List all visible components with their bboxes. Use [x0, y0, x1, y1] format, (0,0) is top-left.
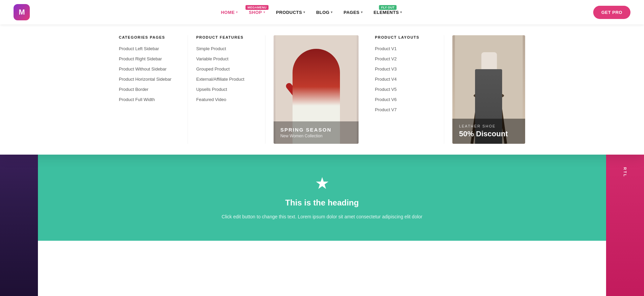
elements-chevron-icon: ▾ — [400, 11, 402, 14]
mega-col-categories: CATEGORIES PAGES Product Left Sidebar Pr… — [119, 35, 188, 144]
layout-link-6[interactable]: Product V7 — [375, 107, 396, 112]
cat-link-4[interactable]: Product Border — [119, 87, 148, 92]
page-body: ★ This is the heading Click edit button … — [0, 153, 644, 241]
promo-title: SPRING SEASON — [280, 127, 352, 133]
list-item[interactable]: Product Right Sidebar — [119, 56, 179, 62]
feat-link-4[interactable]: Upsells Product — [196, 87, 227, 92]
layouts-list: Product V1 Product V2 Product V3 Product… — [375, 45, 435, 113]
list-item[interactable]: Product V4 — [375, 76, 435, 82]
svg-point-3 — [303, 79, 330, 127]
shop-chevron-icon: ▾ — [263, 11, 265, 14]
feat-link-5[interactable]: Featured Video — [196, 97, 226, 102]
nav-item-pages[interactable]: PAGES ▾ — [344, 10, 363, 15]
navbar: M HOME ▾ MEGAMENU SHOP ▾ PRODUCTS ▾ BLOG — [0, 0, 644, 24]
mega-ad-image[interactable]: LEATHER SHOE 50% Discount — [444, 35, 525, 144]
mega-promo-image[interactable]: SPRING SEASON New Women Collection — [265, 35, 367, 144]
promo-subtitle: New Women Collection — [280, 134, 352, 138]
nav-item-shop[interactable]: MEGAMENU SHOP ▾ — [249, 10, 265, 15]
blog-chevron-icon: ▾ — [331, 11, 333, 14]
mega-col-layouts: PRODUCT LAYOUTS Product V1 Product V2 Pr… — [367, 35, 444, 144]
svg-point-6 — [306, 69, 326, 83]
list-item[interactable]: Grouped Product — [196, 66, 257, 72]
teal-heading: This is the heading — [51, 198, 593, 208]
layout-link-4[interactable]: Product V5 — [375, 87, 396, 92]
layouts-header: PRODUCT LAYOUTS — [375, 35, 435, 39]
list-item[interactable]: Product Border — [119, 86, 179, 92]
list-item[interactable]: Product Horizontal Sidebar — [119, 76, 179, 82]
promo-image-container: SPRING SEASON New Women Collection — [274, 35, 359, 144]
products-chevron-icon: ▾ — [303, 11, 305, 14]
svg-rect-4 — [313, 88, 320, 96]
pages-chevron-icon: ▾ — [361, 11, 363, 14]
feat-link-0[interactable]: Simple Product — [196, 46, 226, 51]
list-item[interactable]: Product V2 — [375, 56, 435, 62]
features-header: PRODUCT FEATURES — [196, 35, 257, 39]
cat-link-2[interactable]: Product Without Sidebar — [119, 66, 167, 72]
teal-text: Click edit button to change this text. L… — [51, 213, 593, 220]
list-item[interactable]: Variable Product — [196, 56, 257, 62]
nav-link-products[interactable]: PRODUCTS ▾ — [276, 10, 305, 15]
features-list: Simple Product Variable Product Grouped … — [196, 45, 257, 102]
feat-link-3[interactable]: External/Affiliate Product — [196, 77, 244, 82]
shop-badge: MEGAMENU — [245, 5, 269, 10]
svg-rect-18 — [481, 52, 497, 73]
list-item[interactable]: Simple Product — [196, 45, 257, 52]
nav-item-blog[interactable]: BLOG ▾ — [316, 10, 333, 15]
nav-links: HOME ▾ MEGAMENU SHOP ▾ PRODUCTS ▾ BLOG ▾ — [221, 10, 402, 15]
list-item[interactable]: Product V7 — [375, 106, 435, 113]
nav-link-blog[interactable]: BLOG ▾ — [316, 10, 333, 15]
categories-header: CATEGORIES PAGES — [119, 35, 179, 39]
mega-col-features: PRODUCT FEATURES Simple Product Variable… — [188, 35, 265, 144]
nav-link-home[interactable]: HOME ▾ — [221, 10, 238, 15]
cat-link-1[interactable]: Product Right Sidebar — [119, 56, 162, 61]
logo[interactable]: M — [14, 4, 30, 20]
cat-link-3[interactable]: Product Horizontal Sidebar — [119, 77, 171, 82]
list-item[interactable]: Product V3 — [375, 66, 435, 72]
teal-section: ★ This is the heading Click edit button … — [38, 153, 606, 241]
ad-image-container: LEATHER SHOE 50% Discount — [452, 35, 525, 144]
mega-menu: CATEGORIES PAGES Product Left Sidebar Pr… — [0, 24, 644, 155]
layout-link-1[interactable]: Product V2 — [375, 56, 396, 61]
ad-text-overlay: LEATHER SHOE 50% Discount — [452, 119, 525, 144]
feat-link-1[interactable]: Variable Product — [196, 56, 228, 61]
list-item[interactable]: Product Left Sidebar — [119, 45, 179, 52]
rtl-label: RTL — [623, 167, 627, 177]
ad-label: LEATHER SHOE — [459, 124, 518, 128]
list-item[interactable]: Product V6 — [375, 96, 435, 102]
svg-point-7 — [322, 78, 330, 101]
ad-discount: 50% Discount — [459, 130, 518, 138]
cat-link-5[interactable]: Product Full Width — [119, 97, 155, 102]
cat-link-0[interactable]: Product Left Sidebar — [119, 46, 159, 51]
layout-link-0[interactable]: Product V1 — [375, 46, 396, 51]
get-pro-button[interactable]: GET PRO — [593, 6, 630, 19]
feat-link-2[interactable]: Grouped Product — [196, 66, 230, 72]
list-item[interactable]: Product V5 — [375, 86, 435, 92]
nav-link-pages[interactable]: PAGES ▾ — [344, 10, 363, 15]
categories-list: Product Left Sidebar Product Right Sideb… — [119, 45, 179, 102]
logo-icon: M — [14, 4, 30, 20]
star-icon: ★ — [51, 174, 593, 193]
nav-item-elements[interactable]: FLY OUT ELEMENTS ▾ — [373, 10, 402, 15]
mega-menu-inner: CATEGORIES PAGES Product Left Sidebar Pr… — [119, 35, 525, 144]
svg-point-5 — [307, 72, 326, 94]
svg-line-9 — [330, 103, 337, 117]
elements-badge: FLY OUT — [379, 5, 397, 10]
nav-link-elements[interactable]: ELEMENTS ▾ — [373, 10, 402, 15]
list-item[interactable]: Product V1 — [375, 45, 435, 52]
home-chevron-icon: ▾ — [236, 11, 238, 14]
svg-point-15 — [473, 92, 504, 99]
promo-text-overlay: SPRING SEASON New Women Collection — [274, 121, 359, 144]
svg-rect-17 — [489, 69, 496, 117]
list-item[interactable]: Product Without Sidebar — [119, 66, 179, 72]
list-item[interactable]: External/Affiliate Product — [196, 76, 257, 82]
nav-item-products[interactable]: PRODUCTS ▾ — [276, 10, 305, 15]
nav-item-home[interactable]: HOME ▾ — [221, 10, 238, 15]
svg-rect-16 — [482, 69, 489, 117]
layout-link-3[interactable]: Product V4 — [375, 77, 396, 82]
layout-link-5[interactable]: Product V6 — [375, 97, 396, 102]
list-item[interactable]: Product Full Width — [119, 96, 179, 102]
nav-link-shop[interactable]: SHOP ▾ — [249, 10, 265, 15]
list-item[interactable]: Featured Video — [196, 96, 257, 102]
list-item[interactable]: Upsells Product — [196, 86, 257, 92]
layout-link-2[interactable]: Product V3 — [375, 66, 396, 72]
